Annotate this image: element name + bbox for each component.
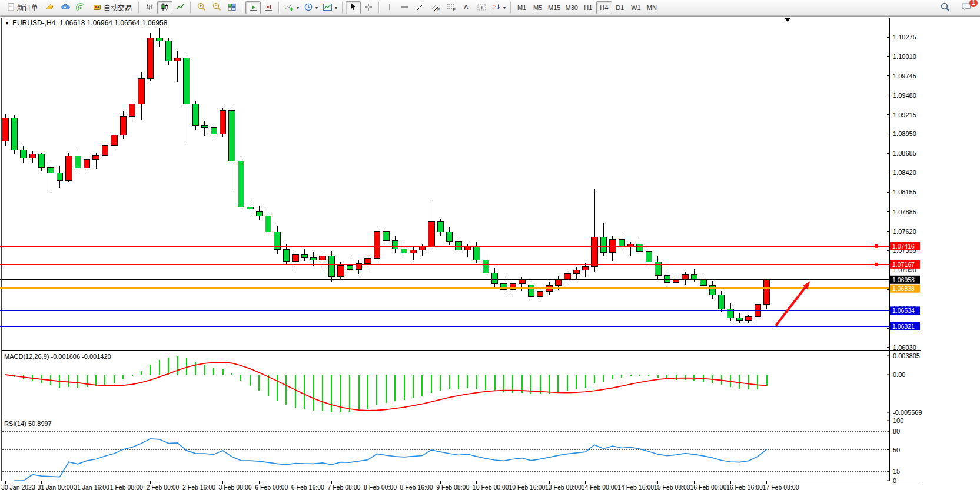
text-label-tool-button[interactable]: T: [474, 1, 489, 14]
time-axis: 30 Jan 202331 Jan 00:0031 Jan 16:001 Feb…: [1, 481, 799, 491]
price-axis: 1.102751.100101.097451.094801.092151.089…: [887, 34, 916, 351]
macd-values: -0.001606 -0.001420: [51, 353, 111, 360]
tile-windows-icon: [227, 2, 237, 14]
toolbar-right-icons: 1: [938, 1, 974, 14]
svg-text:31 Jan 16:00: 31 Jan 16:00: [74, 484, 109, 491]
line-chart-button[interactable]: [172, 1, 188, 14]
svg-text:15 Feb 08:00: 15 Feb 08:00: [654, 484, 690, 491]
rsi-indicator-label: RSI(14) 50.8997: [4, 420, 52, 427]
macd-pane: 0.0038050.00-0.005569: [5, 352, 922, 416]
timeframe-MN[interactable]: MN: [644, 1, 660, 14]
bar-chart-button[interactable]: [142, 1, 157, 14]
candle: [736, 318, 742, 320]
svg-text:10 Feb 16:00: 10 Feb 16:00: [509, 484, 545, 491]
horizontal-line-tool-button[interactable]: [397, 1, 413, 14]
svg-text:6 Feb 16:00: 6 Feb 16:00: [291, 484, 324, 491]
new-order-button[interactable]: 新订单: [2, 1, 42, 14]
candle: [328, 256, 334, 277]
candle: [147, 38, 153, 78]
autotrading-button[interactable]: 自动交易: [88, 1, 136, 14]
auto-scroll-button[interactable]: [245, 1, 261, 14]
search-button[interactable]: [938, 1, 953, 14]
price-chart-canvas[interactable]: 1.102751.100101.097451.094801.092151.089…: [0, 16, 980, 496]
trendline-tool-button[interactable]: [413, 1, 428, 14]
rsi-pane: 1008050150: [2, 417, 903, 484]
svg-text:-0.005569: -0.005569: [893, 409, 922, 416]
periods-button[interactable]: ▾: [301, 1, 320, 14]
indicators-button[interactable]: ▾: [282, 1, 301, 14]
chevron-down-icon: ▾: [315, 5, 318, 11]
crosshair-tool-button[interactable]: [361, 1, 376, 14]
line-handle[interactable]: [875, 263, 878, 266]
vertical-line-tool-button[interactable]: [382, 1, 397, 14]
svg-text:7 Feb 08:00: 7 Feb 08:00: [327, 484, 360, 491]
chart-shift-button[interactable]: [261, 1, 276, 14]
svg-text:14 Feb 00:00: 14 Feb 00:00: [582, 484, 618, 491]
mql5-community-button[interactable]: [58, 1, 73, 14]
svg-text:16 Feb 00:00: 16 Feb 00:00: [690, 484, 726, 491]
arrows-tool-button[interactable]: ▾: [489, 1, 508, 14]
candle: [301, 254, 307, 257]
candle: [165, 41, 171, 61]
candle: [338, 266, 344, 277]
candle: [111, 135, 117, 145]
arrows-icon: [491, 2, 501, 14]
channel-tool-button[interactable]: E: [428, 1, 443, 14]
svg-text:1 Feb 08:00: 1 Feb 08:00: [110, 484, 143, 491]
timeframe-M5[interactable]: M5: [530, 1, 546, 14]
templates-button[interactable]: ▾: [320, 1, 340, 14]
svg-text:0.00: 0.00: [893, 371, 905, 378]
candle: [564, 274, 570, 279]
candles-layer: [2, 28, 770, 323]
template-icon: [323, 2, 333, 14]
svg-text:14 Feb 16:00: 14 Feb 16:00: [617, 484, 654, 491]
text-tool-button[interactable]: A: [459, 1, 474, 14]
svg-text:T: T: [480, 4, 484, 10]
chat-button[interactable]: 1: [959, 1, 974, 14]
timeframe-H1[interactable]: H1: [580, 1, 596, 14]
candle: [763, 280, 769, 305]
oneclick-trading-caret-icon[interactable]: ▼: [5, 21, 9, 26]
bar-chart-icon: [145, 2, 154, 14]
toolbar: 新订单 自动交易: [0, 0, 980, 16]
candle: [519, 280, 525, 284]
candle: [437, 221, 443, 232]
chart-title: ▼EURUSD-,H4 1.06618 1.06964 1.06564 1.06…: [5, 19, 167, 27]
svg-text:13 Feb 08:00: 13 Feb 08:00: [545, 484, 582, 491]
candle: [84, 160, 89, 168]
tile-windows-button[interactable]: [224, 1, 240, 14]
svg-text:1.07167: 1.07167: [892, 261, 915, 268]
candle: [93, 155, 99, 159]
timeframe-H4[interactable]: H4: [596, 1, 612, 14]
signals-button[interactable]: [73, 1, 88, 14]
line-handle[interactable]: [875, 244, 878, 248]
svg-text:15: 15: [893, 468, 900, 475]
timeframe-W1[interactable]: W1: [628, 1, 644, 14]
fibonacci-icon: F: [446, 2, 456, 14]
terminal-button[interactable]: [42, 1, 58, 14]
svg-text:1.07416: 1.07416: [892, 243, 915, 250]
chart-dropdown-caret-icon[interactable]: [785, 18, 790, 22]
cursor-tool-button[interactable]: [346, 1, 361, 14]
timeframe-M15[interactable]: M15: [546, 1, 563, 14]
candle: [129, 104, 135, 117]
candle: [138, 78, 144, 104]
timeframe-M1[interactable]: M1: [514, 1, 530, 14]
svg-text:1.09745: 1.09745: [893, 72, 916, 80]
candle: [646, 251, 652, 262]
zoom-out-button[interactable]: [209, 1, 224, 14]
timeframe-D1[interactable]: D1: [612, 1, 628, 14]
timeframe-M30[interactable]: M30: [563, 1, 580, 14]
zoom-in-icon: [197, 2, 207, 14]
fibonacci-tool-button[interactable]: F: [443, 1, 459, 14]
toolbar-separator: [242, 2, 243, 14]
svg-text:1.06321: 1.06321: [892, 323, 915, 330]
chevron-down-icon: ▾: [297, 5, 299, 11]
zoom-in-button[interactable]: [194, 1, 209, 14]
candle: [29, 154, 35, 158]
candlestick-chart-button[interactable]: [157, 1, 172, 14]
mt4-window: 新订单 自动交易: [0, 0, 980, 496]
toolbar-separator: [138, 2, 139, 14]
candle: [537, 291, 543, 296]
svg-text:1.08950: 1.08950: [893, 130, 916, 137]
